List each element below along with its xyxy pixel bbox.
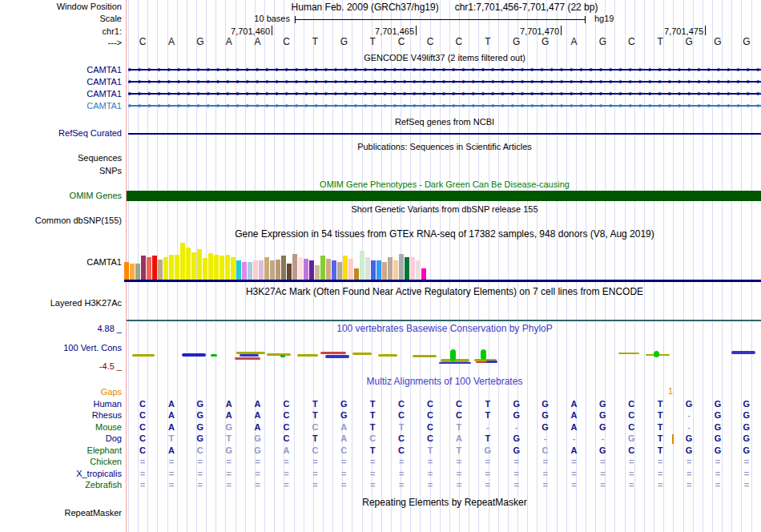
- gtex-expression-bar[interactable]: [253, 260, 258, 280]
- gtex-expression-bar[interactable]: [219, 256, 224, 280]
- multiz-base-mouse: G: [588, 422, 617, 432]
- gtex-expression-bar[interactable]: [197, 249, 202, 280]
- sequence-base: C: [272, 37, 301, 47]
- gtex-expression-bar[interactable]: [203, 258, 207, 280]
- gencode-transcript-row-camta1[interactable]: >>>>>>>>>>>>>>>>>>>>>>>>>>>>>>>>>>>>>>>>…: [128, 90, 761, 98]
- omim-genes-bar[interactable]: [127, 191, 761, 201]
- gtex-expression-bar[interactable]: [287, 264, 292, 280]
- gtex-expression-bar[interactable]: [248, 262, 252, 280]
- track-label-mouse: Mouse: [95, 422, 122, 433]
- gtex-expression-bar[interactable]: [309, 260, 314, 280]
- gtex-expression-bar[interactable]: [208, 253, 213, 280]
- track-title: Short Genetic Variants from dbSNP releas…: [128, 204, 761, 215]
- ruler-tick: [561, 26, 562, 35]
- multiz-base-chicken: =: [186, 457, 215, 466]
- multiz-base-elephant: T: [358, 445, 387, 455]
- multiz-base-elephant: C: [387, 445, 416, 455]
- multiz-base-rhesus: T: [646, 410, 674, 420]
- gtex-expression-bar[interactable]: [360, 251, 364, 280]
- gtex-expression-bar[interactable]: [276, 260, 280, 280]
- gtex-expression-bar[interactable]: [225, 255, 230, 280]
- gtex-expression-bar[interactable]: [298, 257, 303, 280]
- gtex-expression-bar[interactable]: [371, 260, 376, 280]
- multiz-base-x_tropicalis: =: [588, 469, 617, 478]
- multiz-base-dog: T: [473, 433, 502, 443]
- multiz-base-zebrafish: =: [473, 480, 502, 490]
- gtex-expression-bar[interactable]: [158, 260, 163, 280]
- gencode-transcript-row-camta1[interactable]: >>>>>>>>>>>>>>>>>>>>>>>>>>>>>>>>>>>>>>>>…: [128, 66, 761, 74]
- gtex-expression-bar[interactable]: [337, 262, 342, 280]
- multiz-base-x_tropicalis: =: [703, 469, 732, 478]
- gtex-expression-bar[interactable]: [332, 260, 336, 280]
- ruler-tick: [272, 26, 272, 35]
- multiz-base-dog: -: [560, 433, 589, 443]
- multiz-base-dog: G: [732, 433, 761, 443]
- gtex-expression-bar[interactable]: [399, 254, 404, 280]
- gtex-expression-bar[interactable]: [365, 257, 370, 280]
- gtex-expression-bar[interactable]: [393, 260, 398, 280]
- gtex-expression-bar[interactable]: [231, 257, 236, 280]
- gencode-transcript-row-camta1[interactable]: >>>>>>>>>>>>>>>>>>>>>>>>>>>>>>>>>>>>>>>>…: [128, 78, 761, 86]
- gtex-expression-bar[interactable]: [376, 260, 381, 280]
- track-title: OMIM Gene Phenotypes - Dark Green Can Be…: [128, 179, 761, 190]
- gtex-expression-bar[interactable]: [175, 255, 179, 280]
- multiz-base-chicken: =: [674, 457, 703, 466]
- multiz-base-mouse: T: [646, 422, 674, 432]
- sequence-base: T: [300, 37, 329, 47]
- gtex-expression-bar[interactable]: [421, 268, 426, 280]
- multiz-base-rhesus: C: [387, 410, 416, 420]
- track-label-camta1: CAMTA1: [87, 77, 122, 87]
- conservation-mark: [240, 354, 259, 357]
- gtex-expression-bar[interactable]: [416, 260, 421, 280]
- multiz-base-dog: C: [387, 433, 416, 443]
- gtex-expression-bar[interactable]: [320, 256, 325, 280]
- gtex-expression-bar[interactable]: [191, 252, 196, 280]
- gtex-expression-bar[interactable]: [388, 257, 393, 280]
- gtex-expression-bar[interactable]: [304, 259, 308, 280]
- gtex-expression-bar[interactable]: [169, 255, 174, 280]
- gtex-expression-bar[interactable]: [186, 248, 191, 280]
- gtex-expression-bar[interactable]: [124, 262, 129, 280]
- gtex-expression-bar[interactable]: [242, 262, 247, 280]
- multiz-base-dog: G: [186, 433, 215, 443]
- sequence-base: C: [445, 37, 473, 47]
- multiz-base-rhesus: C: [617, 410, 646, 420]
- gtex-expression-bar[interactable]: [348, 259, 353, 280]
- gtex-expression-bar[interactable]: [147, 257, 151, 280]
- gtex-expression-bar[interactable]: [354, 268, 359, 280]
- gtex-expression-bar[interactable]: [130, 264, 135, 280]
- gtex-expression-bar[interactable]: [270, 260, 275, 280]
- gtex-expression-bar[interactable]: [292, 254, 297, 280]
- gtex-expression-bar[interactable]: [259, 260, 264, 280]
- track-label-human: Human: [94, 399, 122, 409]
- multiz-base-x_tropicalis: =: [646, 469, 674, 478]
- gtex-expression-bar[interactable]: [343, 256, 348, 280]
- gencode-transcript-row-camta1[interactable]: >>>>>>>>>>>>>>>>>>>>>>>>>>>>>>>>>>>>>>>>…: [128, 102, 761, 110]
- multiz-base-human: A: [157, 399, 186, 409]
- gtex-expression-bar[interactable]: [410, 257, 415, 280]
- gtex-expression-bar[interactable]: [152, 256, 157, 280]
- conservation-mark: [439, 362, 471, 364]
- gtex-expression-bar[interactable]: [214, 255, 219, 280]
- track-label-scale: Scale: [99, 14, 122, 24]
- multiz-base-x_tropicalis: =: [215, 469, 244, 478]
- multiz-base-rhesus: G: [732, 410, 761, 420]
- gtex-expression-bar[interactable]: [135, 264, 140, 280]
- multiz-base-chicken: =: [588, 457, 617, 466]
- gtex-expression-bar[interactable]: [163, 257, 168, 280]
- track-label-snps: SNPs: [99, 166, 122, 176]
- multiz-base-zebrafish: =: [617, 480, 646, 490]
- gtex-expression-bar[interactable]: [405, 257, 409, 280]
- gtex-expression-bar[interactable]: [141, 256, 146, 280]
- gtex-expression-bar[interactable]: [326, 259, 331, 280]
- gtex-expression-bar[interactable]: [382, 262, 387, 280]
- gtex-expression-bar[interactable]: [315, 265, 320, 280]
- gtex-expression-bar[interactable]: [180, 243, 185, 280]
- multiz-base-dog: C: [272, 433, 301, 443]
- gtex-expression-bar[interactable]: [281, 256, 286, 280]
- gtex-baseline: [124, 280, 761, 282]
- gtex-expression-bar[interactable]: [236, 260, 241, 280]
- multiz-base-rhesus: T: [473, 410, 502, 420]
- gtex-expression-bar[interactable]: [264, 257, 269, 280]
- multiz-base-zebrafish: =: [531, 480, 560, 490]
